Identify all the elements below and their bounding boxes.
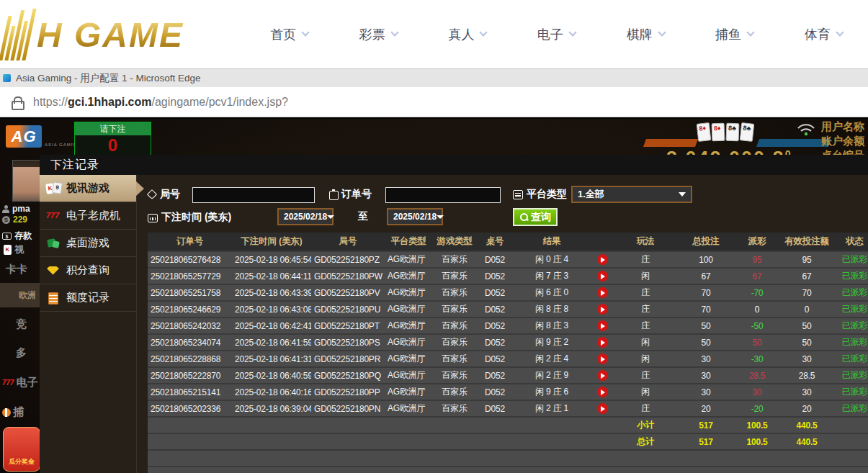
balance-label: 账户余额 [821, 135, 868, 148]
card-icon: K [4, 245, 12, 255]
table-row: 2502180652340742025-02-18 06:41:59GD0522… [148, 335, 868, 350]
cell-platform: AG欧洲厅 [385, 384, 432, 400]
cell-game: 百家乐 [432, 368, 477, 383]
menu-item-cards[interactable]: 卡卡 [6, 263, 27, 276]
cell-bet: 30 [677, 351, 735, 366]
play-video-icon[interactable] [597, 337, 608, 348]
cell-result: 闲 0 庄 4 [513, 252, 591, 267]
nav-item-真人[interactable]: 真人 [448, 26, 486, 43]
cell-play_btn [591, 318, 614, 333]
cell-game [432, 418, 477, 433]
cell-game [432, 434, 477, 449]
cell-play_btn [591, 418, 614, 433]
playing-card: 8♣ [740, 122, 755, 142]
cell-payout: 67 [735, 269, 779, 284]
menu-item-europe[interactable]: 欧洲 [0, 283, 40, 307]
nav-item-棋牌[interactable]: 棋牌 [627, 26, 665, 43]
deposit-button[interactable]: $ 存款 [2, 230, 32, 242]
round-number-label: 局号 [148, 188, 180, 201]
nav-label: 电子 [537, 26, 563, 43]
cell-play: 小计 [614, 418, 677, 433]
cell-result: 闲 7 庄 3 [513, 269, 591, 284]
cell-valid: 30 [779, 351, 834, 366]
nav-item-捕鱼[interactable]: 捕鱼 [715, 26, 753, 43]
play-video-icon[interactable] [597, 320, 608, 331]
table-row: 2502180652764282025-02-18 06:45:54GD0522… [148, 252, 868, 267]
url-text[interactable]: https://gci.1hhapi.com/agingame/pcv1/ind… [33, 96, 288, 109]
platform-type-label: 平台类型 [513, 188, 567, 201]
cards-icon [46, 182, 62, 195]
cell-platform: AG欧洲厅 [385, 368, 432, 383]
video-games-item[interactable]: K 视 [4, 243, 24, 256]
cell-order: 250218065215141 [148, 384, 232, 400]
cell-play: 庄 [614, 285, 677, 300]
cell-round: GD052252180PN [311, 401, 385, 416]
nav-item-电子[interactable]: 电子 [537, 26, 576, 43]
date-to-picker[interactable]: 2025/02/18 [387, 208, 443, 225]
platform-select[interactable]: 1.全部 [571, 186, 692, 203]
play-video-icon[interactable] [597, 304, 608, 315]
table-row: 2502180652023362025-02-18 06:39:04GD0522… [148, 401, 868, 416]
balance-row: S 229 [2, 215, 27, 225]
browser-url-bar[interactable]: https://gci.1hhapi.com/agingame/pcv1/ind… [0, 87, 868, 117]
sidebar-item-桌面游戏[interactable]: 桌面游戏 [40, 230, 136, 257]
menu-item-fishing[interactable]: 捕 [2, 405, 24, 419]
cell-round [311, 418, 385, 433]
cell-platform [385, 434, 432, 449]
cell-platform: AG欧洲厅 [385, 302, 432, 317]
sidebar-item-label: 电子老虎机 [66, 209, 120, 222]
cell-play: 总计 [614, 434, 677, 449]
ag-logo: AG [6, 125, 42, 148]
sidebar-item-额度记录[interactable]: 额度记录 [40, 284, 136, 312]
nav-item-体育[interactable]: 体育 [805, 26, 843, 43]
sidebar-item-label: 视讯游戏 [66, 181, 109, 195]
date-from-picker[interactable]: 2025/02/18 [277, 208, 334, 225]
promo-banner[interactable]: 瓜分奖金 [3, 427, 40, 472]
sidebar-item-视讯游戏[interactable]: 视讯游戏 [40, 175, 136, 202]
column-header-play_btn [591, 233, 614, 251]
bet-countdown: 0 [75, 135, 151, 157]
cell-bet: 70 [677, 302, 735, 317]
nav-item-彩票[interactable]: 彩票 [359, 26, 398, 43]
calendar-icon [148, 213, 158, 222]
menu-item-bet[interactable]: 竞 [16, 317, 27, 331]
cell-round: GD052252180PU [311, 302, 385, 317]
menu-item-slots[interactable]: 777 电子 [2, 376, 38, 389]
search-button[interactable]: 查询 [513, 208, 558, 226]
modal-content: 局号 订单号 平台类型 1.全部 下注时间 (美东) 2025/02/18 至 … [137, 175, 868, 473]
cell-table_no: D052 [477, 269, 513, 284]
sidebar-item-积分查询[interactable]: 积分查询 [40, 257, 136, 284]
cell-round: GD052252180PP [311, 384, 385, 400]
lock-icon [12, 96, 22, 107]
menu-item-multi[interactable]: 多 [16, 346, 27, 360]
cell-table_no: D052 [477, 318, 513, 333]
cell-game: 百家乐 [432, 335, 477, 350]
round-number-input[interactable] [192, 187, 315, 203]
cell-round: GD052252180PW [311, 269, 385, 284]
cell-time: 2025-02-18 06:41:31 [232, 351, 311, 366]
sidebar-item-电子老虎机[interactable]: 电子老虎机 [40, 202, 136, 230]
order-number-input[interactable] [385, 187, 501, 203]
wifi-icon [797, 122, 815, 136]
nav-item-首页[interactable]: 首页 [270, 26, 308, 43]
cell-payout: -50 [735, 318, 779, 333]
play-video-icon[interactable] [597, 387, 608, 397]
cell-valid: 70 [779, 285, 834, 300]
play-video-icon[interactable] [597, 403, 608, 414]
cell-play_btn [591, 269, 614, 284]
chevron-down-icon [480, 28, 488, 36]
empty-area [148, 467, 868, 473]
column-header-game: 游戏类型 [432, 233, 477, 251]
cell-status: 已派彩 [834, 252, 868, 267]
empty-row [148, 451, 868, 466]
play-video-icon[interactable] [597, 353, 608, 364]
play-video-icon[interactable] [597, 370, 608, 381]
cell-payout: -30 [735, 351, 779, 366]
cell-result: 闲 9 庄 2 [513, 335, 591, 350]
play-video-icon[interactable] [597, 287, 608, 298]
user-name-label: 用户名称 [821, 120, 868, 134]
play-video-icon[interactable] [597, 254, 608, 265]
dropdown-caret-icon [679, 192, 686, 197]
play-video-icon[interactable] [597, 271, 608, 281]
cell-order: 250218065202336 [148, 401, 232, 416]
